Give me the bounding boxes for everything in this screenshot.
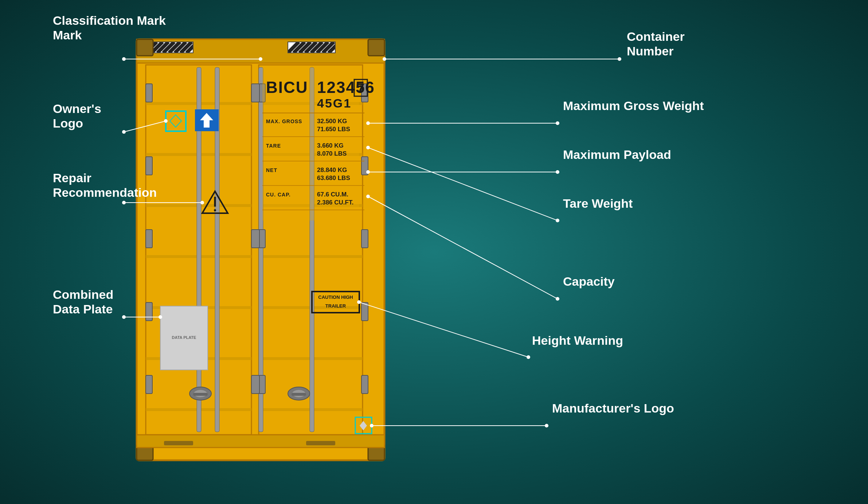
svg-marker-88 xyxy=(360,421,367,430)
svg-point-96 xyxy=(122,201,126,204)
tare-weight-label: Tare Weight xyxy=(563,196,633,210)
svg-rect-68 xyxy=(164,441,193,445)
svg-rect-49 xyxy=(146,157,152,175)
svg-point-62 xyxy=(194,390,207,397)
svg-line-22 xyxy=(329,42,340,53)
net-kg: 28.840 KG xyxy=(317,167,347,173)
svg-point-109 xyxy=(556,219,559,222)
svg-rect-50 xyxy=(146,230,152,248)
svg-rect-3 xyxy=(146,42,193,53)
svg-line-15 xyxy=(288,42,299,53)
svg-line-113 xyxy=(368,196,558,299)
max-gross-label: MAX. GROSS xyxy=(266,118,302,124)
svg-rect-53 xyxy=(361,84,368,102)
svg-point-65 xyxy=(292,390,305,397)
svg-rect-127 xyxy=(251,84,259,102)
svg-rect-46 xyxy=(310,67,314,432)
svg-text:DATA PLATE: DATA PLATE xyxy=(172,335,196,340)
svg-line-5 xyxy=(152,42,163,53)
svg-rect-54 xyxy=(361,157,368,175)
svg-rect-80 xyxy=(354,79,367,96)
svg-marker-71 xyxy=(170,115,181,127)
svg-rect-25 xyxy=(368,39,384,56)
max-gross-lbs: 71.650 LBS xyxy=(317,126,350,133)
svg-point-108 xyxy=(366,146,370,149)
svg-rect-60 xyxy=(259,375,265,394)
capacity-cuft: 2.386 CU.FT. xyxy=(317,199,353,206)
svg-rect-26 xyxy=(137,444,153,460)
svg-rect-51 xyxy=(146,302,152,321)
svg-rect-70 xyxy=(166,111,186,131)
svg-point-91 xyxy=(259,57,262,61)
svg-rect-35 xyxy=(146,357,251,360)
manufacturers-logo-label: Manufacturer's Logo xyxy=(552,401,674,415)
svg-rect-43 xyxy=(259,408,363,411)
serial-number: 123456 xyxy=(317,78,375,96)
svg-rect-28 xyxy=(146,65,251,435)
svg-text:Logo: Logo xyxy=(53,116,83,130)
svg-rect-57 xyxy=(361,375,368,394)
svg-text:Mark: Mark xyxy=(53,28,82,42)
svg-point-106 xyxy=(556,121,559,125)
svg-rect-79 xyxy=(262,67,359,220)
svg-point-94 xyxy=(164,119,168,123)
svg-point-102 xyxy=(383,57,386,61)
repair-recommendation-label: Repair xyxy=(53,171,91,185)
svg-rect-55 xyxy=(361,230,368,248)
svg-rect-30 xyxy=(146,102,251,105)
svg-line-92 xyxy=(124,121,166,132)
svg-point-64 xyxy=(288,387,310,400)
caution-line2: TRAILER xyxy=(325,303,346,309)
svg-point-97 xyxy=(200,201,204,204)
svg-text:Recommendation: Recommendation xyxy=(53,185,157,199)
svg-rect-38 xyxy=(259,153,363,156)
svg-line-8 xyxy=(169,42,180,53)
capacity-label-text: Capacity xyxy=(563,274,615,288)
svg-rect-36 xyxy=(146,408,251,411)
classification-mark-label: Classification Mark xyxy=(53,13,166,27)
svg-line-4 xyxy=(146,42,157,53)
svg-point-118 xyxy=(527,355,530,359)
svg-marker-73 xyxy=(200,113,213,128)
svg-line-107 xyxy=(368,148,558,220)
svg-rect-59 xyxy=(259,230,265,248)
svg-rect-23 xyxy=(288,42,335,53)
svg-rect-2 xyxy=(146,42,193,53)
svg-line-16 xyxy=(294,42,305,53)
svg-rect-67 xyxy=(137,435,384,448)
svg-rect-40 xyxy=(259,255,363,258)
svg-rect-86 xyxy=(312,292,359,313)
svg-rect-66 xyxy=(292,393,306,396)
svg-rect-39 xyxy=(259,204,363,207)
svg-line-6 xyxy=(157,42,168,53)
svg-rect-1 xyxy=(137,39,384,63)
container-number-label: Container xyxy=(627,30,685,43)
svg-rect-0 xyxy=(137,39,384,460)
svg-rect-14 xyxy=(288,42,335,53)
svg-rect-56 xyxy=(361,302,368,321)
svg-point-117 xyxy=(357,300,361,304)
svg-rect-37 xyxy=(259,102,363,105)
svg-point-90 xyxy=(122,57,126,61)
svg-rect-128 xyxy=(251,230,259,248)
svg-rect-29 xyxy=(259,65,363,435)
svg-point-121 xyxy=(545,424,548,427)
svg-line-9 xyxy=(175,42,186,53)
svg-rect-32 xyxy=(146,204,251,207)
svg-point-111 xyxy=(366,170,370,174)
svg-rect-34 xyxy=(146,306,251,309)
svg-rect-48 xyxy=(146,84,152,102)
max-gross-kg: 32.500 KG xyxy=(317,118,347,125)
owners-logo-label: Owner's xyxy=(53,102,101,116)
svg-rect-42 xyxy=(259,357,363,360)
svg-line-17 xyxy=(300,42,310,53)
svg-rect-44 xyxy=(197,67,201,432)
svg-point-115 xyxy=(556,297,559,301)
height-warning-label: Height Warning xyxy=(532,333,623,347)
svg-line-21 xyxy=(323,42,334,53)
svg-text:Data Plate: Data Plate xyxy=(53,302,113,316)
owner-code: BICU xyxy=(266,78,308,96)
capacity-cum: 67.6 CU.M. xyxy=(317,191,348,198)
svg-rect-33 xyxy=(146,255,251,258)
svg-point-93 xyxy=(122,130,126,134)
